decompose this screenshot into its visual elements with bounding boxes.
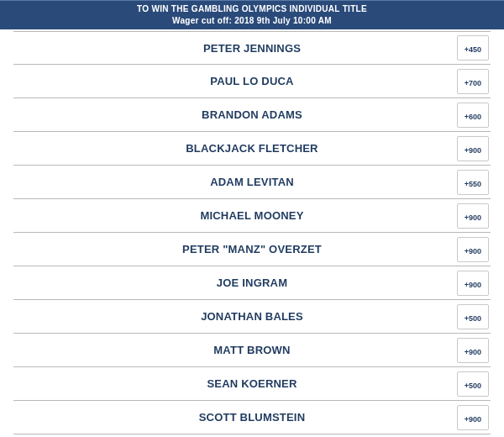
odds-row: BLACKJACK FLETCHER +900 [13,132,491,166]
odds-button[interactable]: +500 [457,371,489,397]
odds-button[interactable]: +900 [457,203,489,229]
participant-name: PETER "MANZ" OVERZET [182,243,322,255]
participant-name: BRANDON ADAMS [202,108,302,121]
market-title: TO WIN THE GAMBLING OLYMPICS INDIVIDUAL … [0,4,504,13]
odds-value: +900 [465,415,481,424]
betting-header: TO WIN THE GAMBLING OLYMPICS INDIVIDUAL … [0,0,504,29]
odds-row: SEAN KOERNER +500 [13,367,491,401]
odds-value: +450 [465,45,481,54]
odds-value: +900 [465,146,481,155]
participant-name: SEAN KOERNER [207,377,297,390]
odds-row: PETER "MANZ" OVERZET +900 [13,233,491,266]
participant-name: JONATHAN BALES [201,310,303,323]
odds-button[interactable]: +900 [457,237,489,262]
odds-row: MICHAEL MOONEY +900 [13,199,491,233]
odds-button[interactable]: +900 [457,271,489,296]
odds-row: ADAM LEVITAN +550 [13,166,491,199]
participant-name: SCOTT BLUMSTEIN [199,411,306,424]
odds-value: +500 [465,314,481,323]
odds-button[interactable]: +900 [457,405,489,430]
odds-button[interactable]: +900 [457,136,489,161]
odds-value: +900 [465,348,481,356]
odds-value: +700 [465,79,481,87]
odds-button[interactable]: +450 [457,35,489,61]
odds-value: +600 [465,113,481,121]
participant-name: ADAM LEVITAN [210,176,294,188]
participant-name: JOE INGRAM [217,276,287,289]
participant-name: MATT BROWN [213,344,290,356]
odds-list: PETER JENNINGS +450 PAUL LO DUCA +700 BR… [0,31,504,434]
odds-button[interactable]: +550 [457,170,489,195]
odds-value: +900 [465,247,481,255]
odds-button[interactable]: +600 [457,103,489,128]
participant-name: MICHAEL MOONEY [200,209,303,222]
wager-cutoff: Wager cut off: 2018 9th July 10:00 AM [0,16,504,25]
odds-value: +500 [465,382,481,390]
odds-row: PAUL LO DUCA +700 [13,65,491,98]
odds-button[interactable]: +500 [457,304,489,329]
odds-button[interactable]: +900 [457,338,489,363]
odds-row: MATT BROWN +900 [13,334,491,367]
participant-name: BLACKJACK FLETCHER [186,142,318,155]
participant-name: PAUL LO DUCA [210,75,293,87]
odds-value: +900 [465,213,481,222]
odds-row: JONATHAN BALES +500 [13,300,491,334]
odds-row: PETER JENNINGS +450 [13,31,491,65]
odds-value: +900 [465,281,481,289]
odds-button[interactable]: +700 [457,69,489,94]
odds-row: SCOTT BLUMSTEIN +900 [13,401,491,434]
odds-value: +550 [465,180,481,188]
odds-row: BRANDON ADAMS +600 [13,98,491,132]
participant-name: PETER JENNINGS [203,42,301,55]
odds-row: JOE INGRAM +900 [13,266,491,300]
